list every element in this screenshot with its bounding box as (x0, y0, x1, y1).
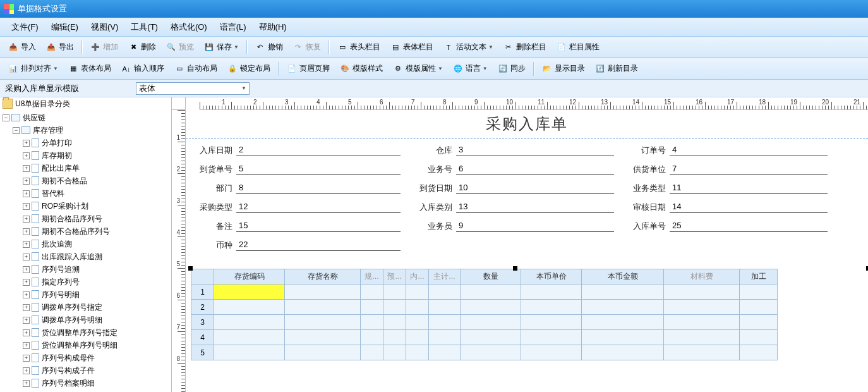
table-cell[interactable] (582, 315, 664, 330)
col-header[interactable]: 本币金额 (582, 269, 664, 285)
field-value[interactable]: 13 (456, 202, 614, 213)
table-cell[interactable] (429, 330, 461, 345)
selection-handle[interactable] (188, 266, 193, 271)
col-header[interactable]: 材料费 (664, 269, 740, 285)
table-cell[interactable] (521, 315, 582, 330)
table-cell[interactable] (214, 300, 285, 315)
field-value[interactable]: 6 (456, 164, 614, 175)
del-col-button[interactable]: ✂删除栏目 (499, 39, 551, 55)
table-cell[interactable] (383, 300, 406, 315)
table-cell[interactable] (740, 285, 778, 300)
tree-leaf[interactable]: +分单打印 (23, 137, 171, 149)
menu-language[interactable]: 语言(L) (214, 19, 253, 35)
table-cell[interactable] (429, 315, 461, 330)
tree-leaf[interactable]: +序列号追溯 (23, 263, 171, 276)
expand-icon[interactable]: + (23, 304, 30, 311)
table-cell[interactable] (383, 330, 406, 345)
col-header[interactable]: 规... (361, 269, 383, 285)
table-cell[interactable] (285, 315, 361, 330)
table-cell[interactable] (521, 285, 582, 300)
tree-leaf[interactable]: +调拨单序列号明细 (23, 314, 171, 326)
template-prop-button[interactable]: ⚙模版属性▼ (389, 61, 447, 77)
table-cell[interactable] (664, 300, 740, 315)
table-cell[interactable] (429, 345, 461, 360)
body-table[interactable]: 存货编码存货名称规...预...内...主计...数量本币单价本币金额材料费加工… (191, 269, 778, 360)
menu-view[interactable]: 视图(V) (85, 19, 124, 35)
tree-leaf[interactable]: +序列号构成母件 (23, 352, 171, 364)
template-style-button[interactable]: 🎨模版样式 (335, 61, 387, 77)
body-table-wrap[interactable]: 存货编码存货名称规...预...内...主计...数量本币单价本币金额材料费加工… (191, 269, 868, 360)
table-cell[interactable] (214, 330, 285, 345)
table-cell[interactable] (406, 285, 429, 300)
table-cell[interactable] (461, 315, 521, 330)
expand-icon[interactable]: + (23, 165, 30, 172)
refresh-catalog-button[interactable]: 🔃刷新目录 (591, 61, 642, 77)
table-cell[interactable] (285, 300, 361, 315)
menu-file[interactable]: 文件(F) (5, 19, 45, 35)
table-cell[interactable] (406, 300, 429, 315)
tree-leaf[interactable]: +ROP采购计划 (23, 200, 171, 212)
tree-leaf[interactable]: +出库跟踪入库追溯 (23, 250, 171, 263)
tree-leaf[interactable]: +配比出库单 (23, 162, 171, 175)
import-button[interactable]: 📥导入 (4, 39, 40, 55)
menu-tools[interactable]: 工具(T) (124, 19, 164, 35)
col-header[interactable]: 数量 (461, 269, 521, 285)
expand-icon[interactable]: + (23, 342, 30, 349)
lock-layout-button[interactable]: 🔒锁定布局 (223, 61, 275, 77)
header-footer-button[interactable]: 📄页眉页脚 (282, 61, 334, 77)
expand-icon[interactable]: + (23, 228, 30, 235)
form-canvas[interactable]: 采购入库单 入库日期2 仓库3 订单号4 到货单号5 业务号6 供货单位7 部门… (186, 110, 868, 392)
input-order-button[interactable]: A↓输入顺序 (117, 61, 169, 77)
expand-icon[interactable]: + (23, 380, 30, 387)
expand-icon[interactable]: + (23, 291, 30, 298)
table-cell[interactable] (383, 315, 406, 330)
tree-leaf[interactable]: +库存期初 (23, 149, 171, 162)
table-cell[interactable] (461, 300, 521, 315)
tree-leaf[interactable]: +替代料 (23, 187, 171, 200)
table-cell[interactable] (461, 285, 521, 300)
collapse-icon[interactable]: − (3, 114, 9, 121)
row-number[interactable]: 3 (191, 315, 214, 330)
table-cell[interactable] (361, 300, 383, 315)
field-value[interactable]: 8 (236, 183, 401, 194)
table-cell[interactable] (361, 285, 383, 300)
expand-icon[interactable]: + (23, 216, 30, 223)
tree-leaf[interactable]: +序列号档案明细 (23, 377, 171, 389)
table-cell[interactable] (383, 285, 406, 300)
col-header[interactable]: 主计... (429, 269, 461, 285)
field-value[interactable]: 2 (236, 145, 401, 156)
col-header[interactable]: 存货编码 (214, 269, 285, 285)
table-cell[interactable] (664, 285, 740, 300)
tree-leaf[interactable]: +期初不合格品 (23, 175, 171, 187)
collapse-icon[interactable]: − (13, 127, 20, 134)
lang-button[interactable]: 🌐语言▼ (449, 61, 492, 77)
field-value[interactable]: 14 (670, 202, 828, 213)
tree-leaf[interactable]: +序列号构成子件 (23, 364, 171, 377)
save-button[interactable]: 💾保存▼ (200, 39, 243, 55)
menu-help[interactable]: 帮助(H) (253, 19, 293, 35)
table-cell[interactable] (521, 330, 582, 345)
add-button[interactable]: ➕增加 (86, 39, 123, 55)
body-layout-button[interactable]: ▦表体布局 (64, 61, 116, 77)
tree-leaf[interactable]: +货位调整单序列号明细 (23, 339, 171, 352)
field-value[interactable]: 12 (236, 202, 401, 213)
table-cell[interactable] (664, 345, 740, 360)
col-header[interactable]: 内... (406, 269, 429, 285)
sync-button[interactable]: 🔄同步 (493, 61, 530, 77)
expand-icon[interactable]: + (23, 317, 30, 324)
table-cell[interactable] (361, 315, 383, 330)
menu-format[interactable]: 格式化(O) (164, 19, 214, 35)
table-cell[interactable] (582, 300, 664, 315)
table-cell[interactable] (361, 345, 383, 360)
table-cell[interactable] (740, 345, 778, 360)
expand-icon[interactable]: + (23, 266, 30, 273)
table-cell[interactable] (582, 330, 664, 345)
table-cell[interactable] (461, 330, 521, 345)
export-button[interactable]: 📤导出 (42, 39, 78, 55)
col-prop-button[interactable]: 📄栏目属性 (552, 39, 604, 55)
expand-icon[interactable]: + (23, 152, 30, 159)
field-value[interactable]: 10 (456, 183, 614, 194)
tree-node-inventory[interactable]: − 库存管理 (13, 124, 171, 137)
tree-leaf[interactable]: +调拨单序列号指定 (23, 301, 171, 314)
table-cell[interactable] (383, 345, 406, 360)
